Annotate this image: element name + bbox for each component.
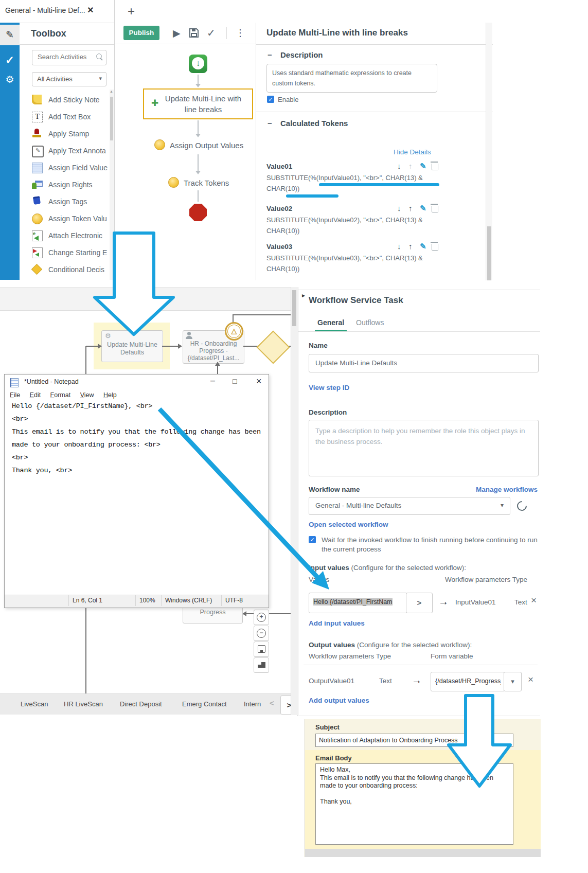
delete-icon[interactable]: [432, 206, 438, 212]
edit-icon[interactable]: ✎: [420, 162, 426, 171]
sticky-note-icon: [32, 95, 42, 104]
enable-checkbox[interactable]: ✓: [267, 96, 274, 103]
panel-collapse-icon[interactable]: ▸: [302, 292, 305, 299]
toolbox-item-sticky-note[interactable]: Add Sticky Note: [20, 92, 110, 109]
tab-emerg-contact[interactable]: Emerg Contact: [182, 700, 227, 708]
rail-item-design[interactable]: ✎: [0, 25, 20, 45]
step-track-tokens[interactable]: Track Tokens: [184, 179, 229, 187]
save-icon[interactable]: [188, 27, 200, 39]
description-box[interactable]: Uses standard mathematic expressions to …: [266, 64, 437, 93]
toolbox-item-stamp[interactable]: Apply Stamp: [20, 126, 110, 142]
collapse-description-icon[interactable]: −: [268, 50, 272, 59]
more-menu-icon[interactable]: ⋮: [236, 27, 245, 39]
tab-intern[interactable]: Intern: [244, 700, 261, 708]
output-dropdown-button[interactable]: ▾: [504, 672, 522, 691]
selected-step-node[interactable]: ✚ Update Multi-Line with line breaks: [143, 88, 253, 119]
bpmn-node-update-multiline[interactable]: ⚙ Update Multi-Line Defaults: [101, 330, 163, 362]
menu-file[interactable]: File: [10, 391, 20, 399]
search-input[interactable]: [37, 52, 93, 61]
run-icon[interactable]: ▶: [173, 27, 181, 39]
start-node[interactable]: ↓: [189, 55, 207, 73]
toolbox-item-rights[interactable]: Assign Rights: [20, 176, 110, 193]
rail-item-process[interactable]: ⚙: [0, 71, 20, 88]
input-expand-button[interactable]: >: [406, 593, 433, 613]
toolbox-item-field-value[interactable]: Assign Field Value: [20, 159, 110, 176]
edit-icon[interactable]: ✎: [420, 242, 426, 251]
scrollbar-thumb[interactable]: [292, 290, 296, 326]
move-down-icon[interactable]: ↓: [397, 204, 401, 212]
toolbox-scrollbar[interactable]: ▲: [110, 90, 114, 280]
open-selected-workflow-link[interactable]: Open selected workflow: [309, 521, 388, 528]
add-input-values-link[interactable]: Add input values: [309, 619, 365, 627]
email-body-textarea[interactable]: Hello Max, This email is to notify you t…: [315, 763, 513, 845]
toolbox-item-attach-electronic[interactable]: e Attach Electronic: [20, 227, 110, 244]
manage-workflows-link[interactable]: Manage workflows: [476, 486, 538, 493]
menu-edit[interactable]: Edit: [30, 391, 41, 399]
refresh-icon[interactable]: [515, 499, 529, 513]
move-up-icon[interactable]: ↑: [408, 204, 413, 212]
panel-scrollbar[interactable]: [486, 23, 492, 280]
workflow-select[interactable]: General - Multi-line Defaults ▾: [309, 497, 510, 515]
scrollbar-thumb[interactable]: [110, 97, 113, 140]
add-output-values-link[interactable]: Add output values: [309, 697, 369, 704]
name-input[interactable]: Update Multi-Line Defaults: [309, 354, 539, 372]
tab-scroll-left-icon[interactable]: <: [270, 699, 274, 707]
validate-icon[interactable]: ✓: [207, 27, 216, 39]
move-up-icon[interactable]: ↑: [408, 242, 413, 251]
toolbox-item-change-starting[interactable]: Change Starting E: [20, 244, 110, 261]
toolbox-item-text-annotation[interactable]: ✎ Apply Text Annota: [20, 142, 110, 159]
toolbox-search[interactable]: [32, 50, 106, 65]
browser-tab[interactable]: General - Multi-line Def... ×: [0, 0, 115, 23]
move-down-icon[interactable]: ↓: [397, 162, 401, 170]
tab-outflows[interactable]: Outflows: [356, 318, 384, 327]
step-assign-output[interactable]: Assign Output Values: [170, 141, 243, 150]
tab-hr-livescan[interactable]: HR LiveScan: [64, 700, 103, 708]
remove-output-icon[interactable]: ×: [528, 674, 533, 685]
subject-input[interactable]: Notification of Adaptation to Onboarding…: [315, 734, 513, 747]
edit-icon[interactable]: ✎: [420, 204, 426, 213]
scroll-up-icon[interactable]: ▲: [110, 90, 113, 93]
notepad-window[interactable]: *Untitled - Notepad – □ × File Edit Form…: [4, 374, 269, 608]
notepad-text-area[interactable]: Hello {/dataset/PI_FirstName}, <br> <br>…: [5, 401, 269, 595]
view-step-id-link[interactable]: View step ID: [309, 384, 349, 391]
toolbox-item-token-value[interactable]: Assign Token Valu: [20, 210, 110, 227]
collapse-tokens-icon[interactable]: −: [268, 119, 272, 128]
boundary-event-badge[interactable]: △: [225, 322, 243, 341]
maximize-icon[interactable]: □: [233, 377, 237, 385]
tab-general[interactable]: General: [317, 318, 344, 327]
output-value-field[interactable]: {/dataset/HR_Progress_Ste: [431, 672, 504, 691]
toolbox-item-conditional-decision[interactable]: Conditional Decis: [20, 261, 110, 278]
remove-input-icon[interactable]: ×: [531, 595, 537, 606]
notepad-titlebar[interactable]: *Untitled - Notepad – □ ×: [5, 375, 269, 390]
input-value-field[interactable]: Hello {/dataset/PI_FirstNam: [309, 593, 406, 613]
move-down-icon[interactable]: ↓: [397, 242, 401, 251]
delete-icon[interactable]: [432, 164, 438, 170]
menu-help[interactable]: Help: [103, 391, 117, 399]
rail-item-validate[interactable]: ✓: [0, 51, 20, 69]
new-tab-icon[interactable]: +: [128, 4, 135, 19]
close-icon[interactable]: ×: [256, 376, 262, 387]
menu-format[interactable]: Format: [50, 391, 71, 399]
designer-scrollbar[interactable]: [291, 287, 298, 715]
description-textarea[interactable]: Type a description to help you remember …: [309, 420, 539, 476]
hide-details-link[interactable]: Hide Details: [394, 148, 431, 156]
toolbox-item-text-box[interactable]: T Add Text Box: [20, 109, 110, 126]
scrollbar-thumb[interactable]: [487, 226, 491, 280]
tab-direct-deposit[interactable]: Direct Deposit: [120, 700, 162, 708]
wait-checkbox[interactable]: ✓: [309, 536, 316, 543]
end-node[interactable]: [189, 204, 207, 221]
tab-close-icon[interactable]: ×: [87, 4, 94, 16]
tab-livescan[interactable]: LiveScan: [21, 700, 48, 708]
minimap-button[interactable]: [254, 657, 269, 673]
delete-icon[interactable]: [432, 244, 438, 251]
menu-view[interactable]: View: [80, 391, 94, 399]
toolbox-item-tags[interactable]: Assign Tags: [20, 193, 110, 210]
move-up-icon[interactable]: ↑: [408, 162, 413, 170]
zoom-out-button[interactable]: −: [254, 626, 269, 641]
minimize-icon[interactable]: –: [210, 376, 215, 385]
activity-filter-select[interactable]: All Activities ▾: [32, 72, 106, 86]
gateway-diamond[interactable]: [256, 330, 290, 364]
zoom-fit-button[interactable]: [254, 642, 269, 657]
publish-button[interactable]: Publish: [123, 26, 159, 40]
zoom-in-button[interactable]: +: [254, 610, 269, 625]
